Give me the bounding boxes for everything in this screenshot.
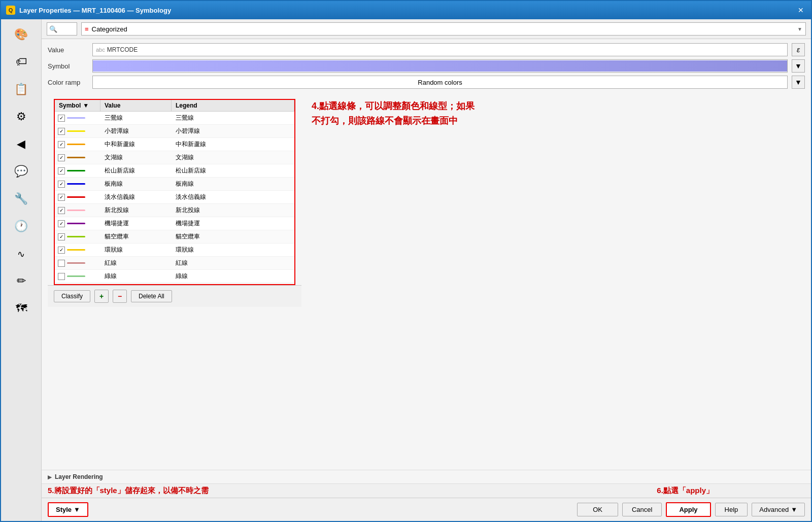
- sidebar-item-diagrams[interactable]: 💬: [4, 158, 39, 185]
- annotation-line1: 4.點選線條，可以調整顏色和線型；如果: [312, 99, 805, 114]
- table-row[interactable]: ✓小碧潭線小碧潭線: [55, 125, 294, 138]
- top-bar: 🔍 ≡ Categorized ▼: [42, 19, 811, 39]
- ok-button[interactable]: OK: [577, 503, 618, 516]
- sidebar-item-symbology[interactable]: 🎨: [4, 21, 39, 48]
- content-area: 🎨 🏷 📋 ⚙ ◀ 💬 🔧 🕐 ∿: [1, 19, 811, 521]
- table-row[interactable]: ✓機場捷運機場捷運: [55, 217, 294, 230]
- row-checkbox[interactable]: [58, 260, 65, 267]
- cancel-button[interactable]: Cancel: [622, 503, 662, 516]
- classify-button[interactable]: Classify: [54, 290, 90, 302]
- table-row[interactable]: ✓中和新蘆線中和新蘆線: [55, 138, 294, 151]
- td-symbol: ✓: [55, 127, 100, 136]
- diagrams-icon: 💬: [14, 165, 28, 178]
- advanced-button[interactable]: Advanced ▼: [752, 503, 805, 516]
- renderer-dropdown[interactable]: ≡ Categorized ▼: [81, 22, 806, 36]
- value-label: Value: [48, 46, 88, 54]
- remove-button[interactable]: −: [113, 290, 127, 303]
- renderer-label: Categorized: [92, 25, 127, 33]
- annotation-text: 4.點選線條，可以調整顏色和線型；如果 不打勾，則該路線不會顯示在畫面中: [312, 99, 805, 128]
- close-button[interactable]: ✕: [796, 5, 806, 15]
- symbol-label: Symbol: [48, 62, 88, 70]
- table-row[interactable]: ✓淡水信義線淡水信義線: [55, 191, 294, 204]
- epsilon-button[interactable]: ε: [792, 43, 805, 56]
- th-legend[interactable]: Legend: [172, 100, 294, 111]
- td-legend: 文湖線: [172, 152, 294, 163]
- nav-icon: ◀: [17, 137, 25, 151]
- triangle-icon: ▶: [48, 474, 52, 480]
- table-row[interactable]: 綠線綠線: [55, 270, 294, 283]
- sidebar-item-display[interactable]: 🗺: [4, 295, 39, 322]
- value-row: Value abc MRTCODE ε: [48, 43, 805, 56]
- form-section: Value abc MRTCODE ε Symbol ▼: [42, 39, 811, 96]
- row-checkbox[interactable]: [58, 273, 65, 280]
- row-checkbox[interactable]: ✓: [58, 181, 65, 188]
- style-arrow-icon: ▼: [74, 506, 80, 513]
- th-value[interactable]: Value: [100, 100, 172, 111]
- td-value: 新北投線: [100, 205, 172, 216]
- table-row[interactable]: ✓文湖線文湖線: [55, 151, 294, 164]
- td-symbol: ✓: [55, 114, 100, 123]
- symbol-dropdown-arrow[interactable]: ▼: [792, 59, 805, 73]
- table-row[interactable]: ✓新北投線新北投線: [55, 204, 294, 217]
- main-window: Q Layer Properties — MRT_1100406 — Symbo…: [0, 0, 812, 522]
- add-button[interactable]: +: [94, 290, 109, 303]
- row-checkbox[interactable]: ✓: [58, 247, 65, 254]
- search-box[interactable]: 🔍: [47, 22, 77, 36]
- table-row[interactable]: ✓三鶯線三鶯線: [55, 112, 294, 125]
- td-legend: 新北投線: [172, 205, 294, 216]
- td-legend: 淡水信義線: [172, 192, 294, 202]
- layer-rendering-header[interactable]: ▶ Layer Rendering: [48, 473, 805, 480]
- table-row[interactable]: ✓松山新店線松山新店線: [55, 164, 294, 178]
- table-row[interactable]: 橘線橘線: [55, 283, 294, 284]
- td-symbol: ✓: [55, 246, 100, 255]
- value-type-icon: abc: [96, 47, 105, 53]
- sidebar-item-source[interactable]: 📋: [4, 76, 39, 102]
- joins-icon: ∿: [17, 249, 25, 259]
- metadata-icon: 🔧: [14, 192, 28, 205]
- apply-button[interactable]: Apply: [666, 502, 710, 517]
- color-line: [67, 236, 85, 237]
- th-symbol[interactable]: Symbol ▼: [55, 100, 100, 111]
- sidebar-item-labels[interactable]: 🏷: [4, 49, 39, 75]
- colorramp-input[interactable]: Random colors: [92, 76, 788, 89]
- row-checkbox[interactable]: ✓: [58, 115, 65, 122]
- sidebar-item-nav[interactable]: ◀: [4, 131, 39, 157]
- td-legend: 貓空纜車: [172, 231, 294, 242]
- row-checkbox[interactable]: ✓: [58, 233, 65, 240]
- delete-all-button[interactable]: Delete All: [131, 290, 172, 302]
- sidebar-item-joins[interactable]: ∿: [4, 240, 39, 267]
- style-button[interactable]: Style ▼: [48, 502, 88, 517]
- td-symbol: ✓: [55, 140, 100, 149]
- row-checkbox[interactable]: ✓: [58, 220, 65, 227]
- td-legend: 三鶯線: [172, 113, 294, 123]
- app-icon: Q: [6, 6, 15, 15]
- sidebar-item-edit[interactable]: ✏: [4, 268, 39, 294]
- row-checkbox[interactable]: ✓: [58, 141, 65, 148]
- help-button[interactable]: Help: [715, 503, 748, 516]
- source-icon: 📋: [14, 83, 28, 96]
- annotation-line2: 不打勾，則該路線不會顯示在畫面中: [312, 114, 805, 128]
- td-legend: 小碧潭線: [172, 126, 294, 136]
- row-checkbox[interactable]: ✓: [58, 128, 65, 135]
- td-value: 中和新蘆線: [100, 139, 172, 150]
- sidebar-item-temporal[interactable]: 🕐: [4, 213, 39, 239]
- value-input[interactable]: abc MRTCODE: [92, 43, 788, 56]
- sidebar-item-metadata[interactable]: 🔧: [4, 186, 39, 212]
- bottom-note-area: 5.將設置好的「style」儲存起來，以備不時之需 6.點選「apply」: [42, 483, 811, 498]
- action-bar-left: Style ▼: [48, 502, 88, 517]
- td-value: 松山新店線: [100, 165, 172, 176]
- color-line: [67, 223, 85, 224]
- table-row[interactable]: 紅線紅線: [55, 257, 294, 270]
- table-row[interactable]: ✓環狀線環狀線: [55, 243, 294, 257]
- sidebar-item-general[interactable]: ⚙: [4, 103, 39, 130]
- row-checkbox[interactable]: ✓: [58, 167, 65, 175]
- row-checkbox[interactable]: ✓: [58, 207, 65, 214]
- td-value: 機場捷運: [100, 218, 172, 229]
- table-row[interactable]: ✓板南線板南線: [55, 178, 294, 191]
- td-symbol: ✓: [55, 180, 100, 189]
- table-row[interactable]: ✓貓空纜車貓空纜車: [55, 230, 294, 243]
- row-checkbox[interactable]: ✓: [58, 194, 65, 201]
- row-checkbox[interactable]: ✓: [58, 154, 65, 161]
- symbol-input[interactable]: [92, 59, 788, 73]
- colorramp-dropdown-arrow[interactable]: ▼: [792, 76, 805, 89]
